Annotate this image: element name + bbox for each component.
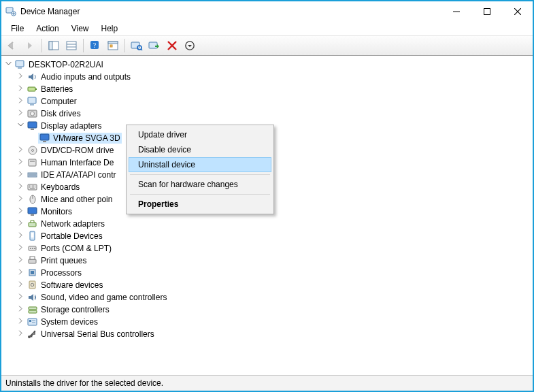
tree-category-node[interactable]: Computer xyxy=(5,95,530,108)
app-icon xyxy=(5,6,16,17)
window-title: Device Manager xyxy=(20,7,80,16)
expand-toggle-icon[interactable] xyxy=(18,330,26,338)
scan-hardware-button[interactable] xyxy=(129,37,145,54)
expand-toggle-icon[interactable] xyxy=(18,97,26,105)
menu-help[interactable]: Help xyxy=(96,22,124,35)
context-menu-item[interactable]: Disable device xyxy=(129,142,271,157)
tree-category-label: Portable Devices xyxy=(41,231,103,241)
storage-icon xyxy=(27,304,38,315)
tree-category-node[interactable]: Processors xyxy=(5,267,530,279)
menu-action[interactable]: Action xyxy=(31,22,64,35)
display-icon xyxy=(27,120,38,131)
tree-category-label: Processors xyxy=(41,268,82,278)
window-controls xyxy=(441,1,533,22)
svg-rect-9 xyxy=(108,42,118,44)
svg-rect-2 xyxy=(484,9,490,15)
expand-toggle-icon[interactable] xyxy=(18,85,26,93)
statusbar-text: Uninstalls the driver for the selected d… xyxy=(5,378,163,388)
context-menu-item[interactable]: Properties xyxy=(129,197,271,212)
ide-icon xyxy=(27,169,38,180)
usb-icon xyxy=(27,329,38,340)
expand-toggle-icon[interactable] xyxy=(18,208,26,216)
expand-toggle-icon[interactable] xyxy=(18,318,26,326)
expand-toggle-icon[interactable] xyxy=(18,257,26,265)
tree-category-node[interactable]: Universal Serial Bus controllers xyxy=(5,328,530,340)
tree-category-node[interactable]: Disk drives xyxy=(5,108,530,120)
expand-toggle-icon[interactable] xyxy=(5,61,14,69)
tree-category-node[interactable]: Storage controllers xyxy=(5,304,530,316)
close-button[interactable] xyxy=(502,1,533,22)
titlebar: Device Manager xyxy=(1,1,533,22)
tree-category-label: Ports (COM & LPT) xyxy=(41,244,112,253)
back-button[interactable] xyxy=(4,37,20,54)
mouse-icon xyxy=(27,194,38,205)
keyboard-icon xyxy=(27,182,38,193)
forward-button[interactable] xyxy=(22,37,38,54)
tree-category-label: Computer xyxy=(41,97,77,106)
tree-category-node[interactable]: Sound, video and game controllers xyxy=(5,291,530,304)
battery-icon xyxy=(27,84,38,95)
expand-toggle-icon[interactable] xyxy=(18,122,26,130)
expand-toggle-icon[interactable] xyxy=(18,183,26,191)
help-button[interactable]: ? xyxy=(87,37,103,54)
context-menu-item[interactable]: Update driver xyxy=(129,127,271,142)
display-icon xyxy=(39,133,50,144)
statusbar: Uninstalls the driver for the selected d… xyxy=(1,375,533,391)
update-driver-button[interactable] xyxy=(146,37,163,54)
expand-toggle-icon[interactable] xyxy=(18,293,26,301)
tree-category-node[interactable]: Ports (COM & LPT) xyxy=(5,242,530,255)
tree-category-node[interactable]: Network adapters xyxy=(5,218,530,230)
expand-toggle-icon[interactable] xyxy=(18,244,26,252)
expand-toggle-icon[interactable] xyxy=(18,159,26,167)
tree-category-label: System devices xyxy=(41,317,98,327)
tree-root-node[interactable]: DESKTOP-02R2UAI xyxy=(5,59,530,71)
maximize-button[interactable] xyxy=(471,1,502,22)
show-console-tree-button[interactable] xyxy=(46,37,62,54)
tree-category-label: Display adapters xyxy=(41,121,101,131)
more-actions-button[interactable] xyxy=(182,37,198,54)
uninstall-button[interactable] xyxy=(164,37,180,54)
tree-category-node[interactable]: Portable Devices xyxy=(5,230,530,242)
tree-category-node[interactable]: Print queues xyxy=(5,255,530,267)
console-tree-button[interactable] xyxy=(105,37,121,54)
audio-icon xyxy=(27,71,38,82)
software-icon xyxy=(27,280,38,291)
tree-category-node[interactable]: Software devices xyxy=(5,279,530,291)
expand-toggle-icon[interactable] xyxy=(18,306,26,314)
properties-pane-button[interactable] xyxy=(63,37,80,54)
expand-toggle-icon[interactable] xyxy=(18,269,26,277)
expand-toggle-icon[interactable] xyxy=(18,73,26,81)
expand-toggle-icon[interactable] xyxy=(18,171,26,179)
context-menu-item[interactable]: Scan for hardware changes xyxy=(129,177,271,192)
context-menu-separator xyxy=(130,174,270,175)
expand-toggle-icon[interactable] xyxy=(18,232,26,240)
toolbar-separator xyxy=(41,39,42,52)
tree-category-node[interactable]: System devices xyxy=(5,316,530,328)
svg-rect-11 xyxy=(131,42,139,48)
device-tree[interactable]: DESKTOP-02R2UAI Audio inputs and outputs… xyxy=(1,56,533,375)
tree-category-label: Monitors xyxy=(41,207,72,216)
expand-toggle-icon[interactable] xyxy=(18,195,26,203)
tree-category-node[interactable]: Audio inputs and outputs xyxy=(5,71,530,83)
tree-category-label: DVD/CD-ROM drive xyxy=(41,146,114,155)
tree-category-label: Network adapters xyxy=(41,219,105,229)
expand-toggle-icon[interactable] xyxy=(18,146,26,154)
tree-device-label: VMware SVGA 3D xyxy=(53,133,120,143)
computer-icon xyxy=(27,96,38,107)
context-menu-separator xyxy=(130,194,270,195)
tree-category-label: Human Interface De xyxy=(41,158,114,167)
svg-rect-13 xyxy=(149,42,157,48)
menu-file[interactable]: File xyxy=(5,22,29,35)
tree-category-label: Universal Serial Bus controllers xyxy=(41,329,154,339)
expand-toggle-icon[interactable] xyxy=(18,110,26,118)
expand-toggle-icon[interactable] xyxy=(18,281,26,289)
tree-category-label: Keyboards xyxy=(41,182,80,192)
portable-icon xyxy=(27,231,38,242)
port-icon xyxy=(27,243,38,254)
minimize-button[interactable] xyxy=(441,1,471,22)
menu-view[interactable]: View xyxy=(66,22,95,35)
network-icon xyxy=(27,218,38,229)
expand-toggle-icon[interactable] xyxy=(18,220,26,228)
tree-category-node[interactable]: Batteries xyxy=(5,83,530,95)
context-menu-item[interactable]: Uninstall device xyxy=(129,157,271,172)
